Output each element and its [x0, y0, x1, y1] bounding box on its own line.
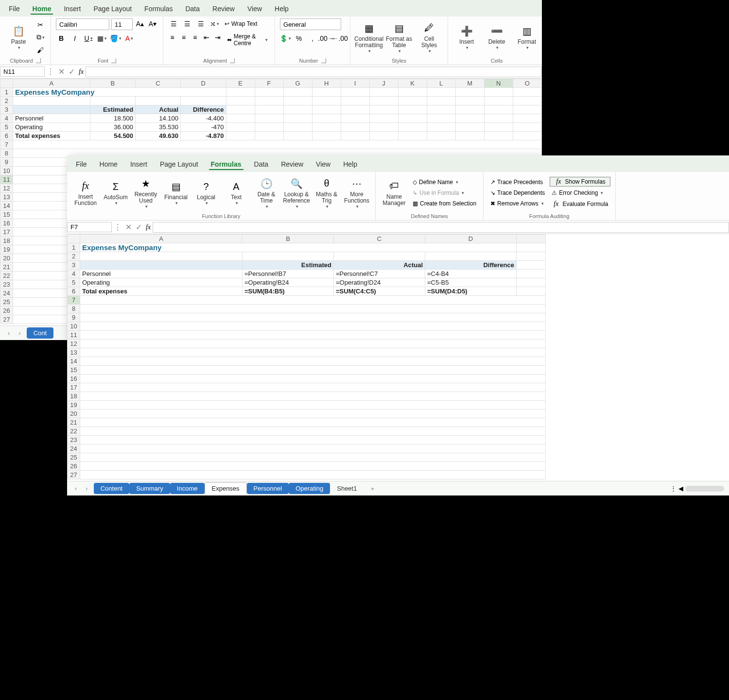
number-format-combo[interactable] [280, 18, 341, 30]
evaluate-formula-button[interactable]: fxEvaluate Formula [550, 199, 610, 209]
grow-font-button[interactable]: A▴ [135, 18, 145, 29]
tab-sheet1[interactable]: Sheet1 [330, 483, 364, 494]
scroll-left[interactable]: ◀ [678, 485, 683, 492]
align-top-button[interactable]: ☰ [168, 18, 179, 29]
bold-button[interactable]: B [56, 33, 67, 44]
col-A[interactable]: A [13, 79, 90, 88]
cell-styles-button[interactable]: 🖉Cell Styles▾ [416, 21, 443, 53]
menu-help[interactable]: Help [273, 4, 291, 15]
orientation-button[interactable]: ⤭▾ [209, 18, 220, 29]
trace-dependents-button[interactable]: ↘Trace Dependents [488, 188, 547, 197]
sheet-title-1[interactable]: Expenses MyCompany [13, 88, 226, 97]
enter-formula-2[interactable]: ✓ [134, 222, 144, 232]
wrap-text-button[interactable]: ↩Wrap Text [223, 18, 260, 29]
font-launcher[interactable] [111, 58, 116, 63]
formula-input-2[interactable] [153, 222, 729, 233]
fill-color-button[interactable]: 🪣▾ [110, 33, 121, 44]
tab-personnel[interactable]: Personnel [247, 483, 289, 494]
autosum-button-2[interactable]: ΣAutoSum▾ [102, 180, 129, 205]
tab-add-2[interactable]: ＋ [366, 484, 379, 493]
format-painter-button[interactable]: 🖌 [35, 45, 46, 55]
format-as-table-button[interactable]: ▤Format as Table▾ [385, 21, 413, 53]
name-manager-button[interactable]: 🏷Name Manager [381, 179, 408, 206]
copy-button[interactable]: ⧉▾ [35, 32, 46, 43]
col-B[interactable]: B [90, 79, 135, 88]
conditional-formatting-button[interactable]: ▦Conditional Formatting▾ [355, 21, 382, 53]
tab-expenses[interactable]: Expenses [205, 482, 247, 495]
tab-summary[interactable]: Summary [129, 483, 170, 494]
alignment-launcher[interactable] [230, 58, 235, 63]
lookup-reference-button[interactable]: 🔍Lookup & Reference▾ [283, 177, 310, 209]
namebox-2[interactable] [67, 222, 112, 232]
fx-icon-1[interactable]: fx [79, 68, 84, 76]
show-formulas-button[interactable]: fxShow Formulas [550, 177, 610, 187]
menu-home[interactable]: Home [98, 159, 120, 170]
menu-data[interactable]: Data [252, 159, 271, 170]
menu-view[interactable]: View [314, 159, 332, 170]
shrink-font-button[interactable]: A▾ [147, 18, 158, 29]
align-bottom-button[interactable]: ☰ [195, 18, 206, 29]
indent-button[interactable]: ⇥ [213, 32, 222, 43]
merge-centre-button[interactable]: ⬌Merge & Centre▾ [225, 32, 270, 48]
decrease-decimal-button[interactable]: ←.00 [334, 33, 345, 44]
paste-button[interactable]: 📋 Paste▾ [5, 24, 32, 50]
tab-operating[interactable]: Operating [289, 483, 330, 494]
menu-data[interactable]: Data [183, 4, 202, 15]
menu-file[interactable]: File [74, 159, 89, 170]
col-C[interactable]: C [136, 79, 181, 88]
create-from-selection-button[interactable]: ▦Create from Selection [411, 199, 478, 208]
error-checking-button[interactable]: ⚠Error Checking▾ [550, 188, 610, 197]
align-middle-button[interactable]: ☰ [182, 18, 192, 29]
tab-next-2[interactable]: › [83, 485, 90, 492]
menu-insert[interactable]: Insert [62, 4, 83, 15]
insert-function-button[interactable]: fxInsert Function [72, 179, 99, 206]
menu-page-layout[interactable]: Page Layout [158, 159, 200, 170]
font-name-combo[interactable] [56, 18, 109, 30]
menu-formulas[interactable]: Formulas [142, 4, 174, 15]
sheet-title-2[interactable]: Expenses MyCompany [80, 243, 517, 252]
tab-prev-1[interactable]: ‹ [5, 329, 13, 337]
tab-content[interactable]: Content [94, 483, 130, 494]
menu-file[interactable]: File [7, 4, 22, 15]
worksheet-2[interactable]: A B C D 1Expenses MyCompany 2 3Estimated… [67, 234, 729, 479]
menu-formulas[interactable]: Formulas [209, 159, 243, 170]
remove-arrows-button[interactable]: ✖Remove Arrows▾ [488, 199, 547, 208]
align-center-button[interactable]: ≡ [179, 32, 188, 43]
comma-button[interactable]: , [307, 33, 318, 44]
font-size-combo[interactable] [111, 18, 133, 30]
italic-button[interactable]: I [69, 33, 80, 44]
dedent-button[interactable]: ⇤ [202, 32, 210, 43]
menu-review[interactable]: Review [279, 159, 305, 170]
date-time-button[interactable]: 🕒Date & Time▾ [253, 177, 280, 209]
recently-used-button[interactable]: ★Recently Used▾ [132, 177, 159, 209]
define-name-button[interactable]: ◇Define Name▾ [411, 178, 478, 187]
increase-decimal-button[interactable]: .00→ [321, 33, 331, 44]
font-color-button[interactable]: A▾ [124, 33, 135, 44]
more-functions-button[interactable]: ⋯More Functions▾ [343, 177, 370, 209]
format-cells-button[interactable]: ▥Format▾ [513, 24, 540, 50]
menu-view[interactable]: View [245, 4, 264, 15]
menu-help[interactable]: Help [341, 159, 359, 170]
namebox-1[interactable] [0, 67, 45, 77]
number-launcher[interactable] [321, 58, 326, 63]
menu-home[interactable]: Home [31, 4, 53, 15]
tabbar-options[interactable]: ⋮ [670, 485, 677, 492]
trace-precedents-button[interactable]: ↗Trace Precedents [488, 178, 547, 187]
menu-insert[interactable]: Insert [128, 159, 149, 170]
cut-button[interactable]: ✂ [35, 19, 46, 30]
menu-review[interactable]: Review [210, 4, 237, 15]
cancel-formula-2[interactable]: ✕ [123, 222, 134, 232]
tab-next-1[interactable]: › [16, 329, 23, 337]
menu-page-layout[interactable]: Page Layout [91, 4, 134, 15]
underline-button[interactable]: U▾ [83, 33, 94, 44]
insert-cells-button[interactable]: ➕Insert▾ [453, 24, 480, 50]
tab-income[interactable]: Income [170, 483, 205, 494]
align-right-button[interactable]: ≡ [191, 32, 199, 43]
percent-button[interactable]: % [294, 33, 304, 44]
math-trig-button[interactable]: θMaths & Trig▾ [313, 177, 340, 209]
delete-cells-button[interactable]: ➖Delete▾ [483, 24, 510, 50]
currency-button[interactable]: 💲▾ [280, 33, 291, 44]
formula-input-1[interactable] [86, 67, 542, 77]
borders-button[interactable]: ▦▾ [97, 33, 107, 44]
logical-button[interactable]: ?Logical▾ [192, 180, 220, 205]
